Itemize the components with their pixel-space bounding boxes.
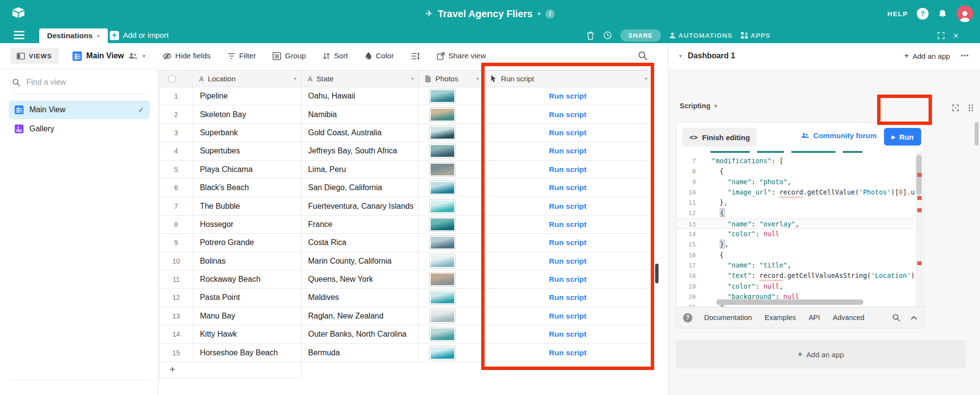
chevron-down-icon[interactable]: ▾ — [476, 76, 479, 81]
location-cell[interactable]: Playa Chicama — [193, 161, 301, 178]
run-script-cell[interactable]: Run script — [484, 87, 652, 105]
color-button[interactable]: Color — [365, 51, 394, 60]
run-script-cell[interactable]: Run script — [484, 289, 652, 306]
run-script-cell[interactable]: Run script — [484, 142, 652, 160]
fullscreen-icon[interactable] — [937, 31, 945, 40]
photo-cell[interactable] — [418, 271, 484, 288]
photo-thumbnail[interactable] — [429, 327, 456, 342]
run-script-cell[interactable]: Run script — [484, 161, 652, 178]
tab-destinations[interactable]: Destinations ▾ — [39, 28, 108, 43]
run-script-cell[interactable]: Run script — [484, 252, 652, 270]
run-script-link[interactable]: Run script — [549, 312, 587, 321]
location-cell[interactable]: Manu Bay — [193, 307, 301, 325]
expand-app-icon[interactable] — [952, 104, 959, 112]
sidebar-item-gallery[interactable]: Gallery — [9, 120, 150, 138]
grid-vertical-scrollbar[interactable] — [655, 264, 659, 283]
add-an-app-button-large[interactable]: + Add an app — [676, 340, 966, 369]
column-header-run-script[interactable]: Run script ▾ — [484, 71, 652, 87]
hide-fields-button[interactable]: Hide fields — [162, 51, 211, 60]
run-script-link[interactable]: Run script — [549, 238, 587, 247]
run-script-cell[interactable]: Run script — [484, 271, 652, 288]
photo-thumbnail[interactable] — [429, 235, 456, 250]
finish-editing-button[interactable]: <> Finish editing — [682, 128, 757, 147]
run-script-cell[interactable]: Run script — [484, 124, 652, 142]
run-script-cell[interactable]: Run script — [484, 105, 652, 123]
state-cell[interactable]: Outer Banks, North Carolina — [301, 325, 419, 343]
photo-thumbnail[interactable] — [429, 125, 456, 140]
filter-button[interactable]: Filter — [227, 51, 256, 60]
close-icon[interactable]: × — [953, 31, 958, 40]
photo-thumbnail[interactable] — [429, 290, 456, 305]
chevron-down-icon[interactable]: ▾ — [411, 76, 414, 81]
location-cell[interactable]: Bolinas — [193, 252, 301, 270]
column-header-state[interactable]: A State ▾ — [301, 71, 419, 87]
state-cell[interactable]: Oahu, Hawaii — [301, 87, 419, 105]
state-cell[interactable]: Queens, New York — [301, 271, 419, 288]
state-cell[interactable]: Lima, Peru — [301, 161, 419, 178]
find-view-search[interactable] — [12, 78, 149, 94]
chevron-down-icon[interactable]: ▾ — [645, 76, 647, 81]
notifications-bell-icon[interactable] — [937, 9, 948, 19]
photo-cell[interactable] — [418, 307, 484, 325]
run-script-link[interactable]: Run script — [549, 147, 587, 155]
state-cell[interactable]: France — [301, 216, 419, 233]
state-cell[interactable]: San Diego, California — [301, 179, 419, 197]
photo-thumbnail[interactable] — [429, 346, 456, 360]
code-editor[interactable]: 7 "modifications": [8 {9 "name": "photo"… — [676, 151, 924, 308]
photo-cell[interactable] — [418, 289, 484, 306]
photo-thumbnail[interactable] — [429, 217, 456, 232]
location-cell[interactable]: Pipeline — [193, 87, 301, 105]
photo-thumbnail[interactable] — [429, 180, 456, 195]
location-cell[interactable]: Black's Beach — [193, 179, 301, 197]
chevron-down-icon[interactable]: ▾ — [538, 10, 540, 17]
dashboard-title[interactable]: Dashboard 1 — [688, 51, 735, 60]
footer-tab-api[interactable]: API — [808, 314, 820, 321]
state-cell[interactable]: Costa Rica — [301, 234, 419, 251]
state-cell[interactable]: Fuerteventura, Canary Islands — [301, 197, 419, 215]
location-cell[interactable]: Skeleton Bay — [193, 105, 301, 123]
chevron-down-icon[interactable]: ▾ — [294, 76, 296, 81]
base-menu-icon[interactable] — [14, 31, 24, 39]
location-cell[interactable]: Hossegor — [193, 216, 301, 233]
share-view-button[interactable]: Share view — [437, 51, 486, 60]
run-script-link[interactable]: Run script — [549, 92, 587, 100]
search-icon[interactable] — [637, 50, 648, 61]
photo-cell[interactable] — [418, 87, 484, 105]
run-script-link[interactable]: Run script — [549, 257, 587, 266]
group-button[interactable]: Group — [272, 51, 306, 60]
collapse-chevron-icon[interactable] — [910, 316, 917, 320]
photo-cell[interactable] — [418, 234, 484, 251]
chevron-down-icon[interactable]: ▾ — [679, 53, 682, 59]
state-cell[interactable]: Jeffreys Bay, South Africa — [301, 142, 419, 160]
find-view-input[interactable] — [26, 78, 124, 87]
run-script-link[interactable]: Run script — [549, 293, 587, 302]
run-script-link[interactable]: Run script — [549, 128, 587, 137]
photo-cell[interactable] — [418, 124, 484, 142]
photo-cell[interactable] — [418, 105, 484, 123]
photo-cell[interactable] — [418, 197, 484, 215]
state-cell[interactable]: Marin County, California — [301, 252, 419, 270]
photo-thumbnail[interactable] — [429, 144, 456, 158]
photo-thumbnail[interactable] — [429, 254, 456, 269]
photo-thumbnail[interactable] — [429, 89, 456, 103]
dashboard-scrollbar[interactable] — [975, 122, 979, 146]
photo-thumbnail[interactable] — [429, 162, 456, 177]
run-script-link[interactable]: Run script — [549, 110, 587, 119]
location-cell[interactable]: Superbank — [193, 124, 301, 142]
sort-button[interactable]: Sort — [322, 51, 347, 60]
automations-button[interactable]: AUTOMATIONS — [669, 32, 733, 39]
footer-tab-examples[interactable]: Examples — [765, 314, 796, 321]
help-button[interactable]: HELP — [887, 10, 908, 18]
column-header-photos[interactable]: Photos ▾ — [418, 71, 484, 87]
run-script-cell[interactable]: Run script — [484, 344, 652, 361]
run-script-cell[interactable]: Run script — [484, 234, 652, 251]
scripting-app-menu[interactable]: Scripting ▾ — [680, 102, 717, 110]
add-or-import-button[interactable]: + Add or import — [110, 27, 169, 43]
share-button[interactable]: SHARE — [620, 29, 661, 42]
location-cell[interactable]: Pasta Point — [193, 289, 301, 306]
state-cell[interactable]: Gold Coast, Australia — [301, 124, 419, 142]
base-title[interactable]: Travel Agency Fliers — [438, 8, 533, 20]
run-script-cell[interactable]: Run script — [484, 216, 652, 233]
add-row-button[interactable]: + — [159, 362, 301, 378]
run-script-link[interactable]: Run script — [549, 348, 587, 357]
